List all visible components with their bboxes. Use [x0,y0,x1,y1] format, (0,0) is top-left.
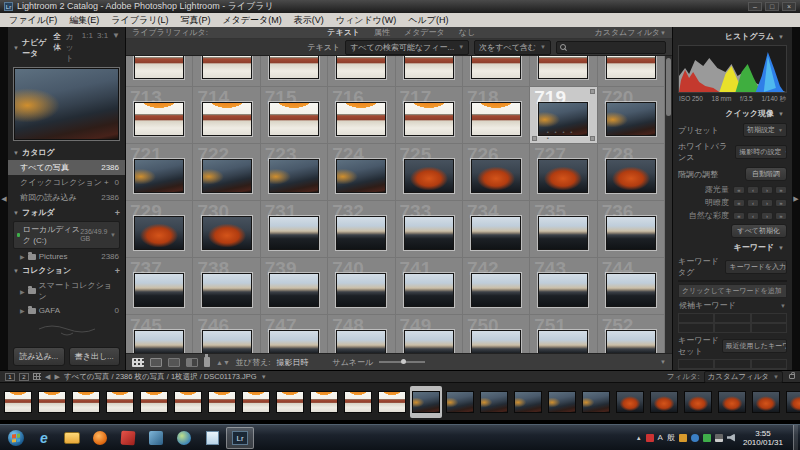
photo-thumbnail[interactable] [606,102,656,136]
network-icon[interactable] [715,434,723,442]
stepper-button[interactable]: « [733,199,745,207]
photo-thumbnail[interactable] [269,102,319,136]
second-window-button[interactable]: 2 [19,373,29,381]
grid-cell-725[interactable]: 725 [396,144,463,201]
add-collection-button[interactable]: + [115,266,120,276]
stepper-button[interactable]: » [775,186,787,194]
grid-cell-734[interactable]: 734 [463,201,530,258]
grid-cell-709[interactable]: 709 [396,56,463,87]
photo-thumbnail[interactable] [606,273,656,307]
navigator-zoom-カット[interactable]: カット [65,31,77,64]
search-input[interactable] [569,43,654,52]
photo-thumbnail[interactable] [202,102,252,136]
minimize-button[interactable]: – [748,2,762,11]
filmstrip-thumb-718[interactable] [376,386,408,418]
tray-expand-icon[interactable]: ▲ [636,435,642,441]
menu-item-3[interactable]: 写真(P) [175,14,215,27]
photo-thumbnail[interactable] [471,273,521,307]
filter-tab-メタデータ[interactable]: メタデータ [404,27,445,38]
rotate-left-icon[interactable] [532,136,537,141]
search-box[interactable] [556,41,666,54]
keyword-slot[interactable] [678,323,714,333]
close-button[interactable]: × [782,2,796,11]
photo-thumbnail[interactable] [269,216,319,250]
photo-thumbnail[interactable] [538,159,588,193]
menu-item-6[interactable]: ウィンドウ(W) [331,14,402,27]
grid-cell-729[interactable]: 729 [126,201,193,258]
compare-view-icon[interactable] [168,358,180,367]
search-field-dropdown[interactable]: すべての検索可能なフィー... ▼ [345,40,469,55]
photo-thumbnail[interactable] [269,56,319,79]
filmstrip-thumb-724[interactable] [580,386,612,418]
expand-arrow-icon[interactable]: ▶ [20,288,25,295]
stepper-button[interactable]: » [775,212,787,220]
filmstrip-thumb-710[interactable] [104,386,136,418]
filmstrip-source-path[interactable]: すべての写真 / 2386 枚の写真 / 1枚選択 / DSC01173.JPG [64,372,257,382]
keyword-slot[interactable] [714,313,750,323]
filmstrip-thumb-711[interactable] [138,386,170,418]
add-folder-button[interactable]: + [115,208,120,218]
sort-value-dropdown[interactable]: 撮影日時 [276,357,308,368]
grid-cell-752[interactable]: 752 [598,315,665,353]
keyword-slot[interactable] [714,323,750,333]
add-keyword-field[interactable]: クリックしてキーワードを追加 [678,284,787,298]
navigator-zoom-全体[interactable]: 全体 [53,31,61,64]
photo-thumbnail[interactable] [134,56,184,79]
photo-thumbnail[interactable] [404,56,454,79]
photo-thumbnail[interactable] [471,216,521,250]
grid-cell-738[interactable]: 738 [193,258,260,315]
photo-thumbnail[interactable] [471,330,521,353]
expand-arrow-icon[interactable]: ▶ [20,253,25,260]
photo-thumbnail[interactable] [404,159,454,193]
filmstrip-thumb-713[interactable] [206,386,238,418]
photo-thumbnail[interactable] [134,159,184,193]
filmstrip-thumb-712[interactable] [172,386,204,418]
stepper-button[interactable]: › [761,186,773,194]
painter-spray-can-icon[interactable] [204,357,210,367]
photo-thumbnail[interactable] [606,56,656,79]
photo-thumbnail[interactable] [404,216,454,250]
menu-item-7[interactable]: ヘルプ(H) [403,14,453,27]
filter-tab-属性[interactable]: 属性 [374,27,390,38]
photo-thumbnail[interactable] [471,56,521,79]
grid-cell-722[interactable]: 722 [193,144,260,201]
navigator-zoom-3:1[interactable]: 3:1 [97,31,108,64]
filmstrip-thumb-707[interactable] [2,386,34,418]
photo-thumbnail[interactable] [269,273,319,307]
grid-cell-706[interactable]: 706 [193,56,260,87]
collection-item[interactable]: ▶GAFA0 [8,304,125,317]
ime-input-mode[interactable]: A [658,433,663,442]
folders-header[interactable]: ▼ フォルダ + [8,205,125,220]
stepper-button[interactable]: « [733,186,745,194]
grid-cell-749[interactable]: 749 [396,315,463,353]
show-desktop-button[interactable] [793,425,798,450]
stepper-button[interactable]: ‹ [747,212,759,220]
photo-thumbnail[interactable] [202,330,252,353]
catalog-item[interactable]: すべての写真2386 [8,160,125,175]
grid-cell-748[interactable]: 748 [328,315,395,353]
keyword-slot[interactable] [678,359,714,369]
grid-cell-718[interactable]: 718 [463,87,530,144]
taskbar-clock[interactable]: 3:55 2010/01/31 [743,429,783,447]
filmstrip-thumb-714[interactable] [240,386,272,418]
photo-thumbnail[interactable] [134,216,184,250]
grid-cell-736[interactable]: 736 [598,201,665,258]
grid-cell-713[interactable]: 713 [126,87,193,144]
filmstrip-thumb-727[interactable] [682,386,714,418]
grid-cell-732[interactable]: 732 [328,201,395,258]
keyword-set-dropdown[interactable]: 最近使用したキーワード ▼ [722,339,787,353]
grid-view-icon[interactable] [132,358,144,367]
navigator-zoom-1:1[interactable]: 1:1 [82,31,93,64]
grid-cell-714[interactable]: 714 [193,87,260,144]
collection-item[interactable]: ▶スマートコレクション [8,278,125,304]
custom-filter-dropdown[interactable]: カスタムフィルタ [595,27,661,38]
filmstrip-thumb-721[interactable] [478,386,510,418]
grid-cell-728[interactable]: 728 [598,144,665,201]
start-button[interactable] [2,427,30,449]
slider-knob[interactable] [401,359,406,364]
stepper-button[interactable]: › [761,199,773,207]
grid-cell-705[interactable]: 705 [126,56,193,87]
tray-red-icon[interactable] [646,434,654,442]
keyword-slot[interactable] [751,313,787,323]
forward-arrow-icon[interactable]: ▶ [54,373,59,381]
